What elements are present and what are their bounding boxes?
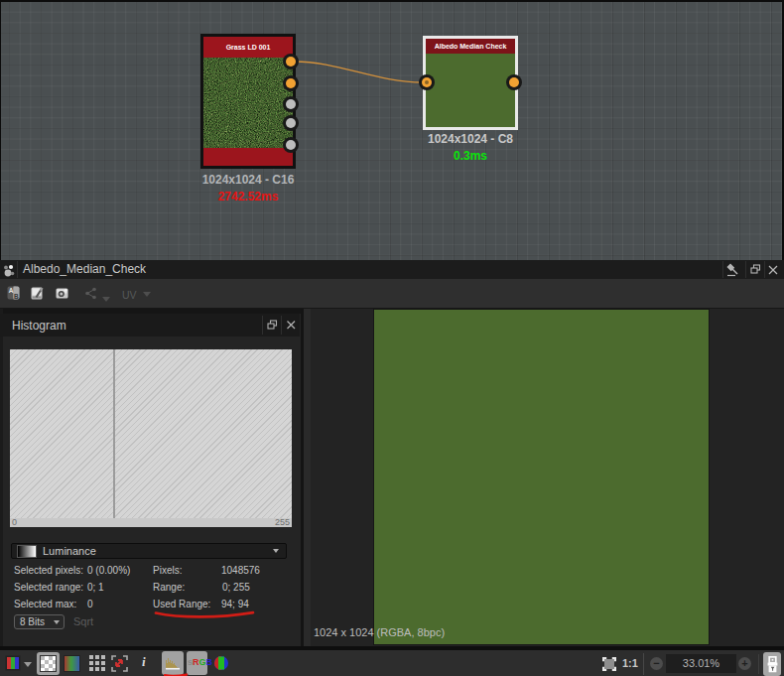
svg-text:B: B — [14, 293, 19, 300]
